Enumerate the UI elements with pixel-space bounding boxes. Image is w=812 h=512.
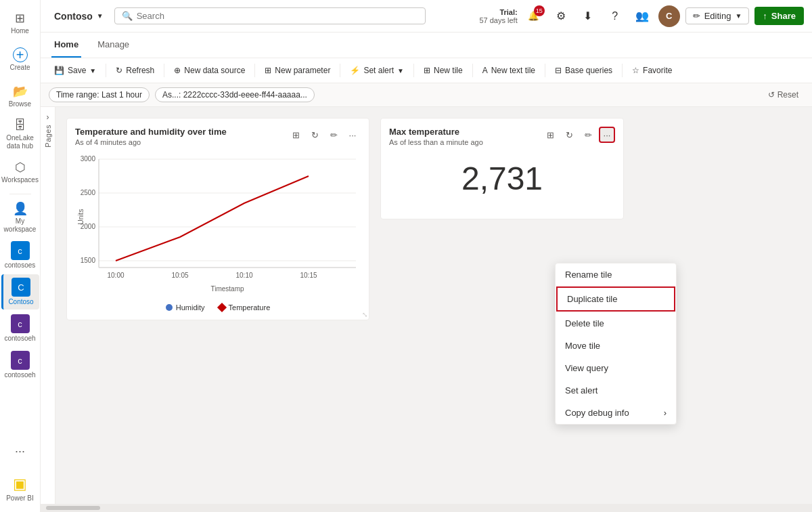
sidebar-item-browse[interactable]: 📂 Browse <box>1 79 39 114</box>
metric-table-view-button[interactable]: ⊞ <box>542 127 558 143</box>
pages-panel[interactable]: › Pages <box>41 107 55 504</box>
toolbar-divider-4 <box>340 64 340 77</box>
workspaces-icon: ⬡ <box>15 160 26 175</box>
new-data-source-button[interactable]: ⊕ New data source <box>168 62 250 79</box>
search-box[interactable]: 🔍 <box>114 7 426 24</box>
metric-tile-header: Max temperature As of less than a minute… <box>389 127 615 146</box>
svg-text:10:15: 10:15 <box>300 272 317 279</box>
favorite-button[interactable]: ☆ Favorite <box>627 62 677 79</box>
new-tile-icon: ⊞ <box>424 66 430 75</box>
download-icon: ⬇ <box>583 9 592 22</box>
context-menu-move[interactable]: Move tile <box>556 335 676 357</box>
new-parameter-button[interactable]: ⊞ New parameter <box>259 62 336 79</box>
pages-label: Pages <box>44 125 52 148</box>
download-button[interactable]: ⬇ <box>577 5 599 27</box>
notification-badge: 15 <box>534 5 545 16</box>
save-button[interactable]: 💾 Save ▼ <box>49 62 102 79</box>
sidebar-item-contosoeh1[interactable]: c contosoeh <box>1 311 39 346</box>
sidebar-item-powerbi[interactable]: ▣ Power BI <box>1 471 39 507</box>
context-menu-duplicate[interactable]: Duplicate tile <box>556 286 675 312</box>
time-range-filter[interactable]: Time range: Last 1 hour <box>49 87 150 102</box>
alert-caret-icon: ▼ <box>397 67 404 74</box>
people-button[interactable]: 👥 <box>631 5 653 27</box>
reset-label: Reset <box>777 90 798 100</box>
svg-text:10:05: 10:05 <box>171 272 188 279</box>
context-menu-delete[interactable]: Delete tile <box>556 312 676 335</box>
help-button[interactable]: ? <box>604 5 626 27</box>
text-icon: A <box>482 66 488 75</box>
metric-more-button[interactable]: ··· <box>599 127 615 143</box>
chart-tile-actions: ⊞ ↻ ✏ ··· <box>288 127 361 143</box>
sidebar-item-my-workspace[interactable]: 👤 My workspace <box>1 198 39 236</box>
copy-debug-label: Copy debug info <box>565 408 629 418</box>
time-range-label: Time range: Last 1 hour <box>56 90 142 100</box>
tab-home[interactable]: Home <box>51 33 81 58</box>
context-menu-set-alert[interactable]: Set alert <box>556 379 676 402</box>
base-queries-button[interactable]: ⊟ Base queries <box>549 62 618 79</box>
sidebar-item-create[interactable]: + Create <box>1 42 39 77</box>
horizontal-scrollbar[interactable] <box>41 504 812 512</box>
sidebar-bottom: ··· ▣ Power BI <box>1 433 39 507</box>
contosoes-icon: c <box>11 241 30 260</box>
svg-text:3000: 3000 <box>81 155 96 163</box>
sidebar-item-home[interactable]: ⊞ Home <box>1 5 39 41</box>
avatar[interactable]: C <box>658 5 680 27</box>
metric-edit-button[interactable]: ✏ <box>580 127 596 143</box>
sidebar-item-onelake[interactable]: 🗄 OneLake data hub <box>1 115 39 153</box>
context-menu-rename[interactable]: Rename tile <box>556 263 676 286</box>
workspace-caret-icon: ▼ <box>97 12 104 20</box>
chart-refresh-button[interactable]: ↻ <box>307 127 323 143</box>
duplicate-label: Duplicate tile <box>567 294 617 304</box>
editing-button[interactable]: ✏ Editing ▼ <box>685 7 750 24</box>
sidebar-item-label: Contoso <box>8 298 33 306</box>
new-tile-button[interactable]: ⊞ New tile <box>418 62 468 79</box>
workspace-selector[interactable]: Contoso ▼ <box>49 8 109 24</box>
sidebar-item-label: Home <box>11 27 29 35</box>
main-content: Contoso ▼ 🔍 Trial: 57 days left 🔔 15 ⚙ ⬇ <box>41 0 812 512</box>
context-menu-view-query[interactable]: View query <box>556 357 676 379</box>
settings-button[interactable]: ⚙ <box>550 5 572 27</box>
topbar-right: Trial: 57 days left 🔔 15 ⚙ ⬇ ? 👥 C ✏ <box>479 5 804 27</box>
set-alert-button[interactable]: ⚡ Set alert ▼ <box>344 62 409 79</box>
sidebar-item-contoso[interactable]: C Contoso <box>1 274 39 310</box>
chart-more-button[interactable]: ··· <box>344 127 361 143</box>
temperature-diamond <box>217 303 226 312</box>
toolbar-divider-8 <box>622 64 623 77</box>
editing-caret-icon: ▼ <box>735 12 742 20</box>
favorite-icon: ☆ <box>632 66 639 75</box>
metric-tile-title-group: Max temperature As of less than a minute… <box>389 127 483 146</box>
context-menu-copy-debug[interactable]: Copy debug info › <box>556 402 676 424</box>
browse-icon: 📂 <box>13 84 28 99</box>
new-data-source-label: New data source <box>184 66 245 75</box>
chart-table-view-button[interactable]: ⊞ <box>288 127 304 143</box>
temperature-label: Temperature <box>229 303 271 312</box>
home-icon: ⊞ <box>15 11 25 26</box>
workspace-name: Contoso <box>54 11 93 22</box>
notifications-button[interactable]: 🔔 15 <box>523 5 545 27</box>
humidity-legend: Humidity <box>166 303 205 312</box>
as-filter[interactable]: As...: 2222cccc-33dd-eeee-ff44-aaaaa... <box>155 87 315 102</box>
sidebar-item-more[interactable]: ··· <box>1 433 39 469</box>
chart-tile-subtitle: As of 4 minutes ago <box>75 138 227 146</box>
trial-badge: Trial: 57 days left <box>479 8 517 24</box>
metric-refresh-button[interactable]: ↻ <box>561 127 577 143</box>
sidebar-item-contosoes[interactable]: c contosoes <box>1 238 39 273</box>
refresh-label: Refresh <box>126 66 154 75</box>
svg-text:10:10: 10:10 <box>235 272 252 279</box>
chart-edit-button[interactable]: ✏ <box>325 127 342 143</box>
scroll-thumb[interactable] <box>46 506 100 510</box>
resize-handle[interactable]: ⤡ <box>362 311 367 318</box>
view-query-label: View query <box>565 363 608 373</box>
onelake-icon: 🗄 <box>14 119 26 133</box>
data-source-icon: ⊕ <box>174 66 181 75</box>
share-button[interactable]: ↑ Share <box>754 7 804 25</box>
reset-button[interactable]: ↺ Reset <box>763 88 804 102</box>
sidebar-item-workspaces[interactable]: ⬡ Workspaces <box>1 154 39 190</box>
refresh-icon: ↻ <box>116 66 122 75</box>
chart-legend: Humidity Temperature <box>75 303 361 312</box>
tab-manage[interactable]: Manage <box>95 33 132 58</box>
sidebar-item-contosoeh2[interactable]: c contosoeh <box>1 347 39 383</box>
search-input[interactable] <box>137 11 418 21</box>
refresh-button[interactable]: ↻ Refresh <box>110 62 160 79</box>
new-text-button[interactable]: A New text tile <box>477 62 541 79</box>
